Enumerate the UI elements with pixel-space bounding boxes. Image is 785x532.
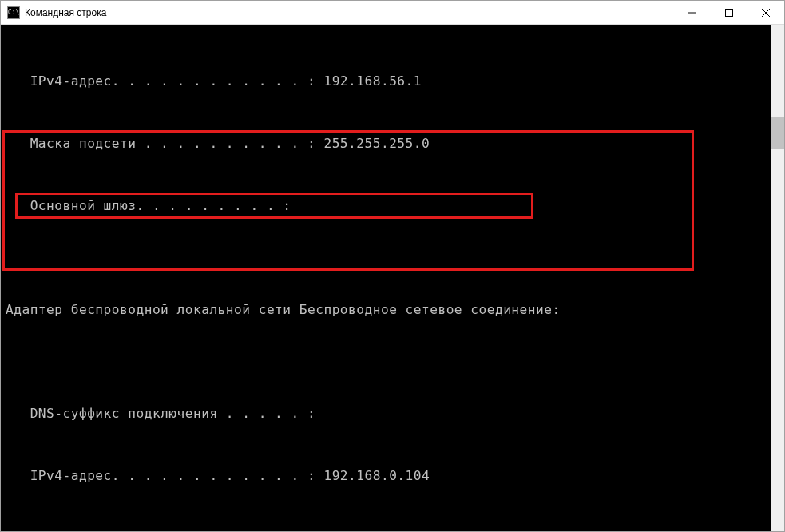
console-output-area[interactable]: IPv4-адрес. . . . . . . . . . . . : 192.… bbox=[1, 25, 784, 531]
maximize-button[interactable] bbox=[711, 1, 747, 25]
console-text: IPv4-адрес. . . . . . . . . . . . : 192.… bbox=[1, 25, 784, 531]
command-prompt-window: C:\ Командная строка IPv4-адрес. . . . .… bbox=[0, 0, 785, 532]
output-line: Маска подсети . . . . . . . . . . : 255.… bbox=[1, 528, 784, 531]
output-line: DNS-суффикс подключения . . . . . : bbox=[1, 403, 784, 424]
close-button[interactable] bbox=[747, 1, 784, 25]
output-line: IPv4-адрес. . . . . . . . . . . . : 192.… bbox=[1, 71, 784, 92]
window-title: Командная строка bbox=[25, 7, 674, 18]
output-line: IPv4-адрес. . . . . . . . . . . . : 192.… bbox=[1, 466, 784, 486]
output-line: Основной шлюз. . . . . . . . . : bbox=[1, 196, 784, 216]
window-controls bbox=[674, 1, 784, 24]
output-line: Маска подсети . . . . . . . . . . : 255.… bbox=[1, 133, 784, 154]
scrollbar-thumb[interactable] bbox=[771, 117, 784, 149]
svg-rect-1 bbox=[726, 10, 733, 17]
titlebar: C:\ Командная строка bbox=[1, 1, 784, 25]
vertical-scrollbar[interactable] bbox=[771, 25, 784, 531]
output-line: Адаптер беспроводной локальной сети Бесп… bbox=[1, 300, 784, 320]
minimize-button[interactable] bbox=[674, 1, 711, 25]
cmd-icon: C:\ bbox=[7, 6, 20, 19]
